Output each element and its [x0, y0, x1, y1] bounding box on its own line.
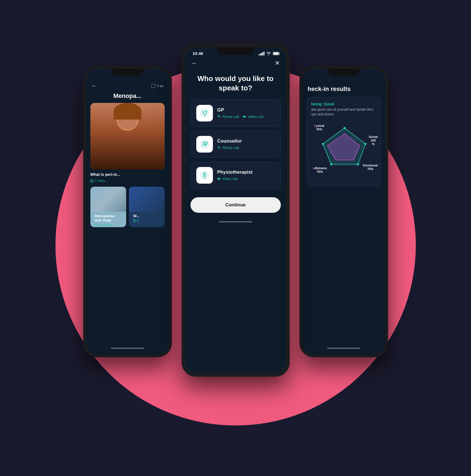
center-home-indicator — [219, 221, 252, 222]
continue-button[interactable]: Continue — [190, 197, 281, 213]
phone-right: heck-in results being: Good ake good car… — [299, 66, 388, 357]
left-article-2-duration: ▶ 6 minutes — [90, 223, 126, 227]
physio-info: Physiotherapist Video call — [217, 169, 275, 181]
svg-rect-3 — [243, 116, 245, 118]
left-header-date: 5 au — [151, 84, 163, 88]
left-article-3-card[interactable]: W... ▶ 6 — [129, 187, 165, 227]
gp-tag-phone: Phone call — [217, 115, 239, 119]
gp-option-card[interactable]: GP Phone call — [190, 100, 281, 127]
physio-icon — [200, 170, 210, 180]
radar-label-social: Social100% — [369, 135, 378, 146]
left-article-1-caption: What is peri-m... — [86, 169, 169, 178]
radar-label-emotional: Emotional75% — [363, 164, 378, 171]
svg-point-8 — [206, 143, 207, 143]
radar-label-mindfulness: ndfulness75% — [313, 166, 327, 174]
options-list: GP Phone call — [185, 100, 286, 189]
left-article-2-caption: Menopause and sleep — [90, 212, 126, 223]
right-wellbeing-desc: ake good care of yourself and handle lif… — [311, 107, 376, 117]
left-article-2-card[interactable]: Menopause and sleep ▶ 6 minutes — [90, 187, 126, 227]
center-time: 10:46 — [193, 51, 203, 56]
signal-icon — [259, 52, 264, 55]
svg-point-2 — [205, 115, 206, 116]
right-wellbeing-card: being: Good ake good care of yourself an… — [307, 97, 381, 186]
close-button[interactable]: ✕ — [275, 60, 280, 67]
phone-left: ← 5 au Menopa... What is — [83, 66, 172, 357]
gp-tags: Phone call Video call — [217, 115, 275, 119]
counsellor-icon — [200, 139, 210, 149]
radar-label-physical: hysical75% — [314, 124, 324, 131]
physio-option-card[interactable]: Physiotherapist Video call — [190, 162, 281, 189]
svg-point-20 — [357, 163, 359, 165]
left-article-1-duration: ▶ 7 minu... — [86, 178, 169, 184]
stethoscope-icon — [200, 108, 210, 118]
left-article-3-caption: W... — [129, 212, 165, 219]
phone-icon — [217, 115, 221, 118]
gp-icon-wrap — [196, 105, 213, 121]
svg-point-0 — [200, 108, 209, 118]
counsellor-tags: Phone call — [217, 146, 275, 150]
left-article-1-card[interactable] — [90, 103, 165, 169]
wifi-icon — [266, 52, 271, 55]
right-home-indicator — [327, 348, 360, 349]
physio-video-icon — [217, 177, 221, 181]
scene: ← 5 au Menopa... What is — [0, 0, 471, 476]
svg-point-9 — [207, 143, 207, 143]
center-nav: ← ✕ — [185, 57, 286, 70]
physio-tags: Video call — [217, 177, 275, 181]
svg-point-21 — [330, 163, 332, 165]
phones-container: ← 5 au Menopa... What is — [83, 44, 388, 432]
gp-info: GP Phone call — [217, 107, 275, 119]
status-icons — [259, 52, 280, 55]
counsellor-phone-icon — [217, 146, 221, 150]
left-title: Menopa... — [86, 92, 169, 103]
right-wellbeing-title: being: Good — [311, 102, 376, 106]
svg-point-22 — [322, 143, 324, 145]
physio-title: Physiotherapist — [217, 169, 275, 175]
phone-center: 10:46 — [182, 44, 290, 377]
svg-point-19 — [364, 143, 366, 145]
gp-tag-video: Video call — [243, 115, 263, 119]
left-back-icon[interactable]: ← — [91, 83, 97, 89]
left-article-3-duration: ▶ 6 — [129, 219, 165, 223]
battery-icon — [273, 52, 280, 55]
svg-point-18 — [343, 127, 346, 129]
physio-icon-wrap — [196, 167, 213, 184]
video-icon — [243, 115, 246, 118]
svg-rect-12 — [217, 178, 219, 180]
radar-chart: hysical75% Social100% Emotional75% ndful… — [311, 121, 378, 177]
svg-point-7 — [205, 143, 206, 143]
physio-tag-video: Video call — [217, 177, 238, 181]
counsellor-info: Counsellor Phone call — [217, 138, 275, 150]
counsellor-option-card[interactable]: Counsellor Phone call — [190, 131, 281, 158]
counsellor-tag-phone: Phone call — [217, 146, 239, 150]
svg-point-4 — [200, 140, 209, 149]
continue-button-wrap: Continue — [185, 189, 286, 218]
counsellor-title: Counsellor — [217, 138, 275, 144]
counsellor-icon-wrap — [196, 136, 213, 153]
center-title: Who would you like to speak to? — [185, 70, 286, 100]
gp-title: GP — [217, 107, 275, 113]
back-button[interactable]: ← — [192, 60, 198, 67]
